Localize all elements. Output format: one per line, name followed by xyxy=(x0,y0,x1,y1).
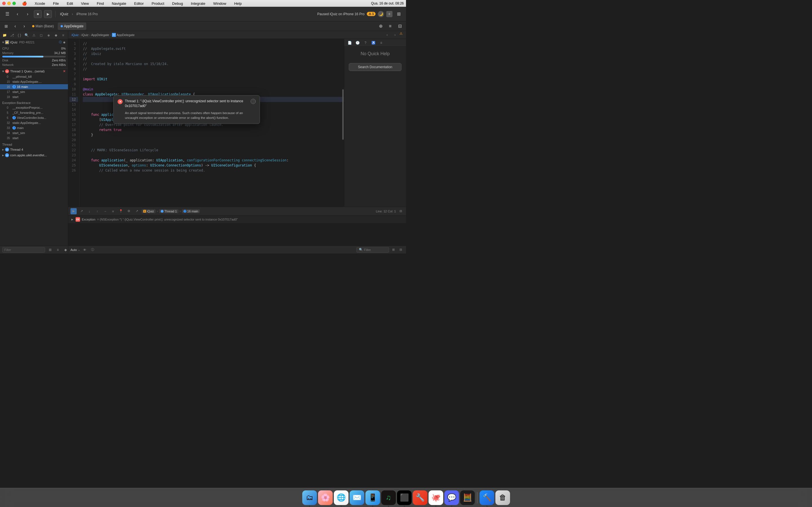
menubar-navigate[interactable]: Navigate xyxy=(110,1,128,6)
exc-frame-0[interactable]: 0 __exceptionPreproc... xyxy=(0,105,68,110)
frame-15[interactable]: 15 static AppDelegate.... xyxy=(0,79,68,84)
menubar-file[interactable]: File xyxy=(51,1,61,6)
info-btn[interactable]: ⓘ xyxy=(90,247,96,253)
exception-expand-icon[interactable]: ▶ xyxy=(70,218,74,221)
bc-iquiz-1[interactable]: iQuiz xyxy=(71,33,79,37)
menubar-xcode[interactable]: Xcode xyxy=(33,1,47,6)
output-filter-input[interactable] xyxy=(364,248,387,251)
frame-chip[interactable]: 👤 16 main xyxy=(182,209,200,213)
bc-iquiz-2[interactable]: iQuiz xyxy=(82,33,89,37)
step-out-icon[interactable]: ↑ xyxy=(94,208,100,214)
step-over-icon[interactable]: ↗ xyxy=(79,208,85,214)
search-documentation-button[interactable]: Search Documentation xyxy=(349,63,402,71)
split-bottom-icon[interactable]: ⊟ xyxy=(398,208,404,214)
tests-nav-icon[interactable]: ◻ xyxy=(38,32,44,39)
continue-icon[interactable]: → xyxy=(102,208,108,214)
split-view-icon[interactable]: ⊟ xyxy=(396,22,404,30)
exc-frame-35[interactable]: 35 start xyxy=(0,135,68,140)
menubar-integrate[interactable]: Integrate xyxy=(189,1,207,6)
warning-badge[interactable]: ⚠ 1 xyxy=(367,12,375,16)
menubar-window[interactable]: Window xyxy=(211,1,228,6)
add-breakpoint-icon[interactable]: ⊕ xyxy=(377,22,385,30)
issues-nav-icon[interactable]: ⚠ xyxy=(31,32,37,39)
thread1-header[interactable]: ▶ ● Thread 1 Queu...(serial) ✕ xyxy=(0,68,68,74)
stop-button[interactable]: ■ xyxy=(34,10,42,18)
find-nav-icon[interactable]: 🔍 xyxy=(24,32,30,39)
editor-layout-right[interactable]: › xyxy=(20,22,28,30)
exc-frame-34[interactable]: 34 start_sim xyxy=(0,130,68,135)
view-memory-icon[interactable]: ≡ xyxy=(110,208,116,214)
debug-active-icon[interactable]: ▶ xyxy=(70,208,77,214)
scheme-chip[interactable]: Q iQuiz xyxy=(142,209,156,213)
exc-frame-5[interactable]: 5 _CF_forwarding_pre... xyxy=(0,110,68,115)
frame-17[interactable]: 17 start_sim xyxy=(0,89,68,94)
history-icon[interactable]: 🕐 xyxy=(354,40,361,46)
sidebar-toggle-icon[interactable]: ☰ xyxy=(3,10,11,18)
nav-next-icon[interactable]: › xyxy=(392,32,398,38)
apple-menu[interactable]: 🍎 xyxy=(20,1,29,6)
run-button[interactable]: ▶ xyxy=(44,10,52,18)
editor-layout-left[interactable]: ‹ xyxy=(11,22,19,30)
console-layout-1[interactable]: ⊞ xyxy=(390,247,396,253)
navigator-icon[interactable]: ⊞ xyxy=(2,22,10,30)
console-layout-2[interactable]: ⊟ xyxy=(398,247,404,253)
inspector-toggle-icon[interactable]: ⊞ xyxy=(395,10,403,18)
code-editor[interactable]: 1 2 3 4 5 6 7 8 9 10 11 12 13 14 xyxy=(68,39,344,207)
quick-help-icon active[interactable]: ? xyxy=(362,40,368,46)
debug-options-icon[interactable]: ⚙ xyxy=(126,208,132,214)
filter-icon-2[interactable]: ≡ xyxy=(54,246,61,253)
frame-0[interactable]: 0 __pthread_kill xyxy=(0,74,68,79)
menubar-find[interactable]: Find xyxy=(95,1,105,6)
frame-18[interactable]: 18 start xyxy=(0,94,68,100)
warning-indicator[interactable]: ⚠ xyxy=(400,32,403,38)
debug-nav-icon[interactable]: ◈ xyxy=(45,32,52,39)
filter-icon-3[interactable]: ◆ xyxy=(62,246,68,253)
dark-mode-toggle[interactable]: 🌙 xyxy=(378,11,384,17)
file-inspector-icon[interactable]: 📄 xyxy=(347,40,353,46)
filter-input[interactable] xyxy=(2,247,45,252)
view-options-icon[interactable]: ≡ xyxy=(386,22,394,30)
exc-frame-6[interactable]: 6 👤 ViewController.bota... xyxy=(0,115,68,120)
frame-16-main[interactable]: 16 👤 16 main xyxy=(0,84,68,89)
symbol-nav-icon[interactable]: { } xyxy=(16,32,22,39)
nav-back-icon[interactable]: ‹ xyxy=(13,10,21,18)
menubar-help[interactable]: Help xyxy=(232,1,243,6)
info-icon[interactable]: ⓘ xyxy=(59,40,62,44)
project-group-header[interactable]: ▶ 📁 iQuiz PID 48221 ⓘ ⏺ xyxy=(0,40,68,45)
folder-icon[interactable]: 📁 xyxy=(2,32,8,39)
bc-appdelegate-2[interactable]: AppDelegate xyxy=(117,33,135,37)
nav-prev-icon[interactable]: ‹ xyxy=(384,32,391,38)
eventfet-header[interactable]: ▶ ● com.apple.uikit.eventfet... xyxy=(0,152,68,158)
step-into-icon[interactable]: ↓ xyxy=(86,208,93,214)
minimize-button[interactable] xyxy=(7,2,11,5)
tab-main-base[interactable]: Main (Base) xyxy=(29,22,57,30)
accessibility-icon[interactable]: ♿ xyxy=(370,40,376,46)
simulate-location-icon[interactable]: 📍 xyxy=(118,208,124,214)
auto-chevron-icon[interactable]: ⌄ xyxy=(78,248,80,251)
thread-chip[interactable]: Thread 1 xyxy=(159,209,179,213)
share-icon[interactable]: ↗ xyxy=(134,208,140,214)
menubar-editor[interactable]: Editor xyxy=(133,1,146,6)
add-editor-button[interactable]: + xyxy=(386,11,393,17)
exc-frame-32[interactable]: 32 static AppDelegate... xyxy=(0,120,68,125)
breakpoints-nav-icon[interactable]: ◆ xyxy=(53,32,59,39)
scroll-handle[interactable] xyxy=(342,39,344,207)
menubar-product[interactable]: Product xyxy=(150,1,166,6)
logs-nav-icon[interactable]: ≡ xyxy=(60,32,66,39)
tab-appdelegate[interactable]: AppDelegate xyxy=(58,22,86,30)
bc-appdelegate-1[interactable]: AppDelegate xyxy=(91,33,109,37)
menubar-view[interactable]: View xyxy=(79,1,91,6)
filter-icon-1[interactable]: ⊞ xyxy=(47,246,54,253)
source-control-icon[interactable]: ⎇ xyxy=(9,32,15,39)
menubar-edit[interactable]: Edit xyxy=(65,1,75,6)
record-icon[interactable]: ⏺ xyxy=(63,41,66,44)
fullscreen-button[interactable] xyxy=(12,2,16,5)
attributes-icon[interactable]: ≡ xyxy=(378,40,384,46)
eye-icon[interactable]: 👁 xyxy=(82,247,88,253)
exc-frame-33[interactable]: 33 👤 main xyxy=(0,125,68,130)
error-info-icon[interactable]: ⓘ xyxy=(251,99,256,104)
thread4-header[interactable]: ▶ ● Thread 4 xyxy=(0,147,68,152)
close-button[interactable] xyxy=(2,2,6,5)
menubar-debug[interactable]: Debug xyxy=(170,1,185,6)
nav-forward-icon[interactable]: › xyxy=(24,10,32,18)
